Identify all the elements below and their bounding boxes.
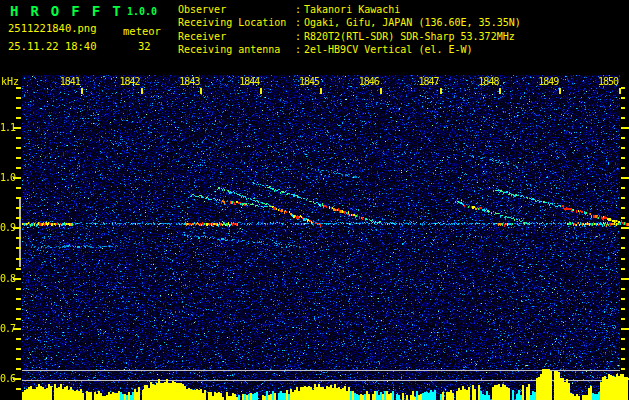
x-tick-label: 1842 [120,76,140,87]
x-tick-label: 1845 [299,76,319,87]
echo-count: 32 [138,40,151,52]
x-tick-label: 1848 [478,76,498,87]
y-tick-label: 0.9 [0,222,14,233]
info-separator: : [295,3,304,16]
app-version: 1.0.0 [127,6,157,17]
output-filename: 2511221840.png [8,22,97,34]
x-tick-label: 1850 [598,76,618,87]
spectrogram-canvas [0,75,629,400]
y-tick-label: 1.1 [0,122,14,133]
info-label: Receiver [178,30,295,43]
info-label: Observer [178,3,295,16]
station-info: Observer:Takanori KawachiReceiving Locat… [178,3,521,57]
y-axis-unit-label: kHz [1,76,19,87]
x-tick-label: 1847 [419,76,439,87]
x-tick-label: 1844 [239,76,259,87]
hrofft-output: HROFFT 1.0.0 2511221840.png meteor 25.11… [0,0,629,400]
observation-datetime: 25.11.22 18:40 [8,40,97,52]
station-info-row: Receiver:R820T2(RTL-SDR) SDR-Sharp 53.37… [178,30,521,43]
x-tick-label: 1843 [179,76,199,87]
x-tick-label: 1841 [60,76,80,87]
info-label: Receiving antenna [178,43,295,56]
x-tick-label: 1846 [359,76,379,87]
info-value: R820T2(RTL-SDR) SDR-Sharp 53.372MHz [304,30,515,43]
station-info-row: Receiving Location:Ogaki, Gifu, JAPAN (1… [178,16,521,29]
x-tick-label: 1849 [538,76,558,87]
info-label: Receiving Location [178,16,295,29]
observation-mode: meteor [123,25,161,37]
y-tick-label: 0.6 [0,373,14,384]
info-separator: : [295,16,304,29]
y-tick-label: 1.0 [0,172,14,183]
station-info-row: Observer:Takanori Kawachi [178,3,521,16]
info-value: Ogaki, Gifu, JAPAN (136.60E, 35.35N) [304,16,521,29]
info-value: Takanori Kawachi [304,3,400,16]
header: HROFFT 1.0.0 2511221840.png meteor 25.11… [0,0,629,75]
info-separator: : [295,30,304,43]
info-value: 2el-HB9CV Vertical (el. E-W) [304,43,473,56]
y-tick-label: 0.8 [0,273,14,284]
info-separator: : [295,43,304,56]
spectrogram-panel: kHz 184118421843184418451846184718481849… [0,75,629,400]
y-tick-label: 0.7 [0,323,14,334]
station-info-row: Receiving antenna:2el-HB9CV Vertical (el… [178,43,521,56]
app-title: HROFFT [10,3,133,19]
